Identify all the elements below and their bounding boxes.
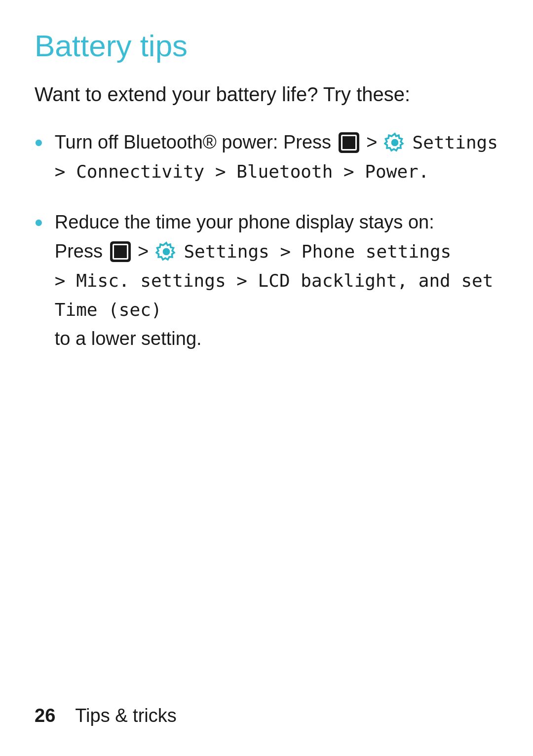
bullet-icon: •: [35, 126, 43, 159]
menu-button-icon: [110, 241, 131, 262]
menu-button-icon: [339, 132, 359, 153]
tips-list: • Turn off Bluetooth® power: Press > Set…: [35, 128, 498, 726]
tip1-settings-path: Settings> Connectivity > Bluetooth > Pow…: [55, 132, 498, 182]
settings-gear-icon: [155, 241, 177, 263]
page-number: 26: [35, 705, 55, 726]
section-label: Tips & tricks: [75, 705, 177, 726]
tip-text-2: Reduce the time your phone display stays…: [55, 208, 498, 353]
page-title: Battery tips: [35, 29, 498, 63]
intro-text: Want to extend your battery life? Try th…: [35, 80, 498, 108]
tip-text-1: Turn off Bluetooth® power: Press > Setti…: [55, 128, 498, 186]
list-item: • Reduce the time your phone display sta…: [35, 208, 498, 353]
bullet-icon: •: [35, 206, 43, 239]
footer: 26 Tips & tricks: [35, 705, 498, 726]
list-item: • Turn off Bluetooth® power: Press > Set…: [35, 128, 498, 186]
page-content: Battery tips Want to extend your battery…: [0, 0, 533, 756]
settings-gear-icon: [384, 132, 406, 153]
